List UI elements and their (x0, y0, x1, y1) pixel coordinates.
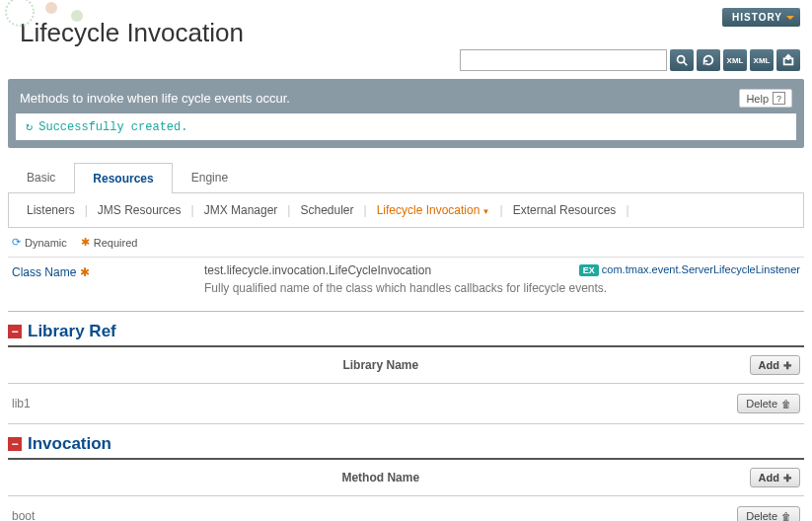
subnav-scheduler[interactable]: Scheduler (294, 203, 359, 217)
section-title-library-ref: Library Ref (28, 322, 116, 341)
info-panel: Methods to invoke when life cycle events… (8, 79, 804, 148)
plus-icon: ✚ (783, 360, 791, 371)
dynamic-icon: ⟳ (12, 236, 21, 249)
subnav-jmx[interactable]: JMX Manager (198, 203, 284, 217)
tab-engine[interactable]: Engine (173, 162, 247, 192)
add-invocation-button[interactable]: Add✚ (750, 468, 800, 487)
table-row: boot Delete🗑 (8, 496, 804, 521)
library-name-cell: lib1 (12, 397, 737, 410)
collapse-icon[interactable]: − (8, 325, 22, 338)
section-invocation: − Invocation Method Name Add✚ boot Delet… (8, 434, 804, 521)
required-icon: ✱ (80, 265, 90, 279)
help-button[interactable]: Help (739, 89, 792, 108)
section-title-invocation: Invocation (28, 434, 111, 454)
success-message: ↻ Successfully created. (16, 113, 796, 140)
class-name-example: EXcom.tmax.event.ServerLifecycleLinstene… (579, 263, 800, 275)
subnav-jms[interactable]: JMS Resources (92, 203, 187, 217)
info-description: Methods to invoke when life cycle events… (20, 91, 290, 106)
required-icon: ✱ (81, 236, 90, 249)
class-name-row: Class Name ✱ test.lifecycle.invocation.L… (8, 257, 804, 312)
subnav-external[interactable]: External Resources (507, 203, 623, 217)
history-button[interactable]: HISTORY (722, 8, 800, 27)
svg-point-1 (45, 2, 57, 14)
table-row: lib1 Delete🗑 (8, 384, 804, 424)
legend: ⟳Dynamic ✱Required (0, 228, 812, 257)
svg-point-3 (678, 56, 685, 63)
class-name-label: Class Name (12, 265, 76, 279)
add-library-button[interactable]: Add✚ (750, 355, 800, 375)
tabs: Basic Resources Engine (8, 162, 804, 193)
trash-icon: 🗑 (781, 399, 791, 409)
method-column-header: Method Name (12, 471, 750, 484)
class-name-hint: Fully qualified name of the class which … (204, 281, 800, 295)
subnav: Listeners| JMS Resources| JMX Manager| S… (8, 193, 804, 228)
trash-icon: 🗑 (781, 511, 791, 522)
method-name-cell: boot (12, 509, 737, 521)
success-icon: ↻ (26, 119, 33, 134)
subnav-lifecycle[interactable]: Lifecycle Invocation (371, 203, 496, 217)
page-title: Lifecycle Invocation (10, 10, 802, 56)
svg-point-2 (71, 10, 83, 22)
section-library-ref: − Library Ref Library Name Add✚ lib1 Del… (8, 322, 804, 424)
delete-invocation-button[interactable]: Delete🗑 (737, 506, 800, 521)
svg-line-4 (684, 62, 688, 66)
collapse-icon[interactable]: − (8, 437, 22, 451)
tab-basic[interactable]: Basic (8, 162, 74, 192)
library-column-header: Library Name (12, 358, 750, 372)
class-name-value: test.lifecycle.invocation.LifeCycleInvoc… (204, 263, 431, 277)
tab-resources[interactable]: Resources (74, 163, 172, 193)
subnav-listeners[interactable]: Listeners (21, 203, 81, 217)
plus-icon: ✚ (783, 473, 791, 484)
delete-library-button[interactable]: Delete🗑 (737, 394, 800, 413)
svg-point-0 (6, 0, 34, 26)
decoration (0, 0, 89, 35)
